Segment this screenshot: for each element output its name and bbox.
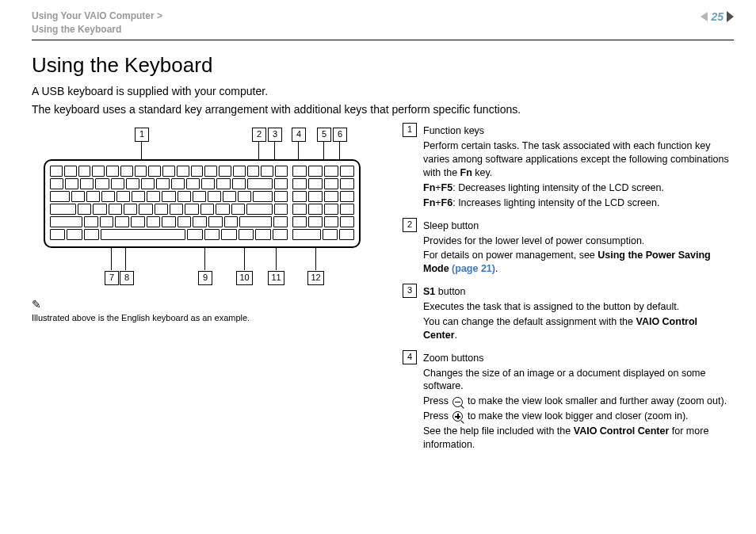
callout-3: 3: [268, 128, 282, 142]
page-title: Using the Keyboard: [32, 51, 734, 79]
callout-10: 10: [236, 271, 253, 285]
page-21-link[interactable]: (page 21): [452, 263, 495, 274]
legend-item-1: 1 Function keys Perform certain tasks. T…: [403, 123, 734, 211]
legend-num-4: 4: [403, 350, 417, 364]
legend-num-1: 1: [403, 123, 417, 137]
zoom-out-icon: [452, 397, 463, 407]
callout-1: 1: [135, 128, 149, 142]
figure-note: ✎ Illustrated above is the English keybo…: [32, 297, 380, 324]
callout-6: 6: [333, 128, 347, 142]
intro-p2: The keyboard uses a standard key arrange…: [32, 102, 734, 117]
keyboard-figure: 1 2 3 4 5 6: [32, 128, 372, 286]
legend: 1 Function keys Perform certain tasks. T…: [403, 123, 734, 459]
callout-11: 11: [268, 271, 284, 285]
callout-4: 4: [292, 128, 306, 142]
legend-item-4: 4 Zoom buttons Changes the size of an im…: [403, 350, 734, 453]
legend-item-2: 2 Sleep button Provides for the lower le…: [403, 218, 734, 278]
next-page-arrow-icon[interactable]: [727, 11, 734, 22]
callout-8: 8: [120, 271, 134, 285]
callout-7: 7: [105, 271, 119, 285]
keyboard-illustration: [44, 159, 361, 248]
page-header: Using Your VAIO Computer > Using the Key…: [32, 10, 734, 40]
callout-9: 9: [198, 271, 212, 285]
page-nav: 25: [701, 10, 734, 25]
figure-caption: Illustrated above is the English keyboar…: [32, 313, 250, 322]
note-icon: ✎: [32, 298, 41, 311]
prev-page-arrow-icon[interactable]: [701, 12, 708, 21]
legend-num-2: 2: [403, 218, 417, 232]
legend-1-title: Function keys: [423, 125, 484, 136]
callout-2: 2: [252, 128, 266, 142]
intro-p1: A USB keyboard is supplied with your com…: [32, 84, 734, 99]
callout-5: 5: [317, 128, 331, 142]
legend-2-title: Sleep button: [423, 220, 479, 231]
legend-4-title: Zoom buttons: [423, 353, 483, 364]
breadcrumb-line1: Using Your VAIO Computer >: [32, 10, 162, 21]
legend-item-3: 3 S1 button Executes the task that is as…: [403, 284, 734, 344]
legend-num-3: 3: [403, 284, 417, 298]
breadcrumb-line2: Using the Keyboard: [32, 24, 121, 35]
page-number: 25: [711, 10, 724, 25]
zoom-in-icon: [452, 411, 463, 421]
breadcrumb: Using Your VAIO Computer > Using the Key…: [32, 10, 162, 36]
callout-12: 12: [307, 271, 324, 285]
intro-text: A USB keyboard is supplied with your com…: [32, 84, 734, 117]
